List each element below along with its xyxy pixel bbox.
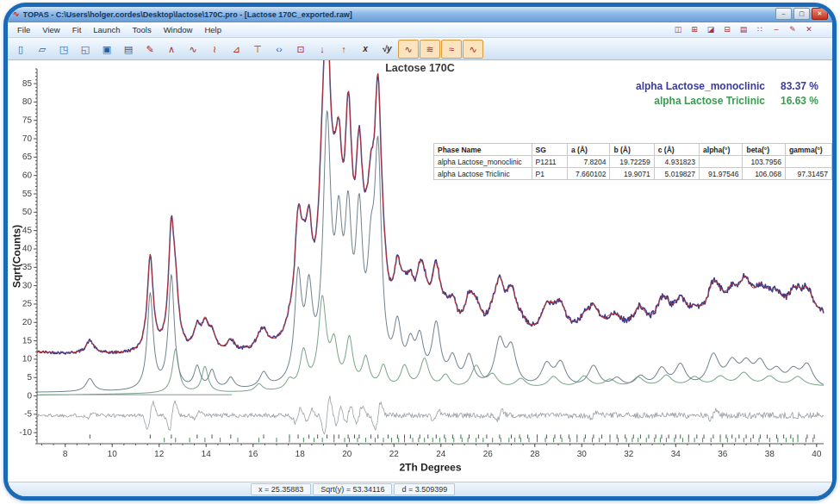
legend-phase-percent: 16.63 % (774, 94, 818, 109)
window-controls: –▢✕ (775, 8, 828, 20)
edit-pen-icon[interactable]: ✎ (785, 23, 800, 36)
phase-table-header: alpha(°) (700, 144, 743, 156)
phase-table-cell (785, 156, 831, 168)
mini-toolbar: ◫⊞◪⊟▤∷–✎✕ (670, 23, 829, 36)
legend-phase-percent: 83.37 % (774, 79, 818, 94)
minimize-button[interactable]: – (775, 8, 792, 20)
restore-button[interactable]: ▢ (793, 8, 810, 20)
phase-table-row: alpha Lactose TriclinicP17.66010219.9071… (434, 168, 832, 180)
phase-table-cell: 97.31457 (785, 168, 831, 180)
window-title: TOPAS - C:\Users\holger.cordes\Desktop\l… (23, 10, 352, 19)
phase-table-header: gamma(°) (785, 144, 831, 156)
phase-legend: alpha Lactose_monoclinic83.37 %alpha Lac… (636, 79, 818, 109)
minus-icon[interactable]: – (768, 23, 784, 36)
phase-table-cell: alpha Lactose Triclinic (434, 168, 532, 180)
stop-refinement-icon[interactable]: ⊤ (247, 40, 268, 59)
add-peaks-icon[interactable]: ↓ (312, 40, 333, 59)
menu-window[interactable]: Window (158, 24, 199, 35)
main-toolbar: ▯▱◳◱▣▤✎∧∿≀⊿⊤‹›⊡↓↑x√y∿≋≈∿ (8, 38, 832, 60)
show-observed-pattern-icon[interactable]: ∿ (398, 40, 419, 59)
legend-row: alpha Lactose Triclinic16.63 % (636, 94, 818, 109)
eraser-icon[interactable]: ◪ (703, 23, 719, 36)
phase-table-cell: 5.019827 (654, 168, 699, 180)
grid-view-icon[interactable]: ⊞ (687, 23, 702, 36)
remove-peaks-icon[interactable]: ↑ (333, 40, 354, 59)
menu-bar: File View Fit Launch Tools Window Help ◫… (8, 22, 832, 38)
import-scan-icon[interactable]: ◳ (53, 40, 74, 59)
menu-view[interactable]: View (36, 24, 65, 35)
phase-table-cell: 7.8204 (568, 156, 610, 168)
status-cell: Sqrt(y) = 53.34116 (313, 483, 392, 495)
show-calculated-pattern-icon[interactable]: ∿ (463, 40, 483, 59)
status-bar: x = 25.35883Sqrt(y) = 53.34116d = 3.5093… (8, 482, 832, 496)
phase-table-cell: 4.931823 (654, 156, 699, 168)
phase-table-cell (700, 156, 743, 168)
code-view-icon[interactable]: ‹› (269, 40, 289, 59)
legend-row: alpha Lactose_monoclinic83.37 % (636, 79, 818, 94)
run-refinement-icon[interactable]: ⊿ (226, 40, 246, 59)
menu-help[interactable]: Help (198, 24, 227, 35)
convolution-icon[interactable]: ≀ (204, 40, 225, 59)
calculator-icon[interactable]: ⊟ (719, 23, 735, 36)
open-file-icon[interactable]: ▱ (32, 40, 53, 59)
phase-table-header: b (Å) (610, 144, 654, 156)
tile-windows-icon[interactable]: ◫ (670, 23, 686, 36)
zoom-range-icon[interactable]: ⊡ (290, 40, 311, 59)
status-cell: d = 3.509399 (394, 483, 455, 495)
phase-table-cell: 91.97546 (700, 168, 743, 180)
legend-phase-name: alpha Lactose Triclinic (654, 94, 765, 109)
menu-launch[interactable]: Launch (87, 24, 126, 35)
title-bar: ∿ TOPAS - C:\Users\holger.cordes\Desktop… (8, 7, 832, 22)
phase-table-header: Phase Name (434, 144, 532, 156)
insert-peak-icon[interactable]: ∧ (161, 40, 182, 59)
scatter-icon[interactable]: ∷ (752, 23, 768, 36)
phase-table-cell: 106.068 (743, 168, 785, 180)
export-scan-icon[interactable]: ◱ (75, 40, 96, 59)
phase-table-cell: 103.7956 (743, 156, 785, 168)
peak-fit-icon[interactable]: ∿ (183, 40, 203, 59)
phase-table-cell: 19.9071 (610, 168, 654, 180)
print-icon[interactable]: ▤ (118, 40, 139, 59)
phase-table-cell: P1 (532, 168, 567, 180)
phase-table-header: a (Å) (568, 144, 610, 156)
report-icon[interactable]: ▤ (736, 23, 751, 36)
phase-table-cell: 19.72259 (610, 156, 654, 168)
menu-fit[interactable]: Fit (66, 24, 88, 35)
phase-table-header: beta(°) (743, 144, 785, 156)
new-file-icon[interactable]: ▯ (10, 40, 31, 59)
chart-area: Lactose 170C alpha Lactose_monoclinic83.… (8, 60, 832, 482)
phase-table-row: alpha Lactose_monoclinicP12117.820419.72… (434, 156, 832, 168)
signature-pen-icon[interactable]: ✎ (140, 40, 160, 59)
phase-table-cell: alpha Lactose_monoclinic (434, 156, 532, 168)
show-all-patterns-icon[interactable]: ≋ (420, 40, 440, 59)
phase-table-cell: 7.660102 (568, 168, 610, 180)
app-logo-icon: ∿ (13, 10, 20, 18)
y-axis-sqrt-icon[interactable]: √y (376, 40, 397, 59)
xrd-plot-canvas[interactable] (8, 60, 832, 482)
close-button[interactable]: ✕ (812, 8, 828, 20)
phase-table-cell: P1211 (532, 156, 567, 168)
menu-file[interactable]: File (11, 24, 36, 35)
show-difference-pattern-icon[interactable]: ≈ (441, 40, 462, 59)
save-icon[interactable]: ▣ (96, 40, 117, 59)
legend-phase-name: alpha Lactose_monoclinic (636, 79, 765, 94)
delete-icon[interactable]: ✕ (801, 23, 817, 36)
phase-table-header: SG (532, 144, 567, 156)
x-axis-linear-icon[interactable]: x (355, 40, 376, 59)
menu-tools[interactable]: Tools (126, 24, 157, 35)
application-window: ∿ TOPAS - C:\Users\holger.cordes\Desktop… (3, 3, 837, 501)
phase-table-header: c (Å) (654, 144, 699, 156)
chart-title: Lactose 170C (8, 62, 832, 74)
status-cell: x = 25.35883 (251, 483, 311, 495)
phase-table: Phase NameSGa (Å)b (Å)c (Å)alpha(°)beta(… (433, 143, 832, 180)
